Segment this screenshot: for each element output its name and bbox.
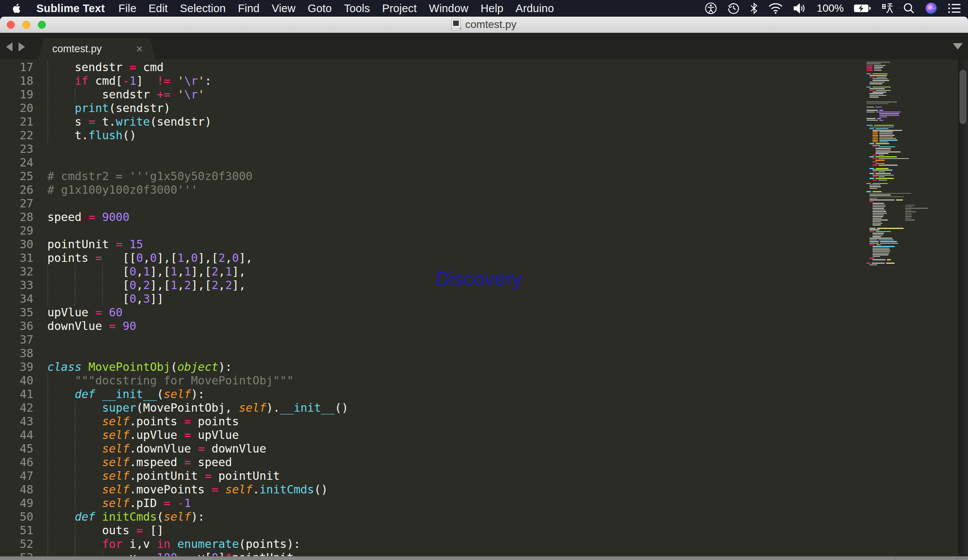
code-row: 33 [0,2],[1,2],[2,2],: [0, 279, 856, 292]
code-row: 30pointUnit = 15: [0, 238, 856, 251]
code-row: 26# g1x100y100z0f3000''': [0, 183, 856, 197]
minimap[interactable]: [867, 62, 937, 266]
line-number: 33: [0, 279, 33, 292]
code-row: 17 sendstr = cmd: [0, 61, 856, 74]
scrollbar-thumb[interactable]: [960, 70, 966, 124]
tab-label: comtest.py: [52, 39, 102, 59]
line-number: 41: [0, 387, 33, 401]
notification-list-icon[interactable]: [948, 3, 961, 14]
apple-menu[interactable]: [0, 2, 28, 15]
zoom-window-button[interactable]: [38, 21, 46, 29]
battery-percent: 100%: [817, 2, 844, 14]
line-number: 27: [0, 197, 33, 210]
line-number: 19: [0, 88, 33, 101]
battery-icon[interactable]: [854, 4, 871, 13]
code-row: 41 def __init__(self):: [0, 387, 856, 401]
spotlight-icon[interactable]: [903, 2, 915, 14]
line-number: 30: [0, 238, 33, 251]
code-row: 40 """docstring for MovePointObj""": [0, 374, 856, 387]
line-number: 39: [0, 360, 33, 374]
menu-items: Sublime TextFileEditSelectionFindViewGot…: [28, 0, 560, 17]
bluetooth-icon[interactable]: [750, 2, 758, 15]
line-number: 46: [0, 456, 33, 469]
time-machine-icon[interactable]: [727, 2, 740, 15]
bottom-dock-edge: [0, 556, 968, 560]
menu-status-items: 100%: [704, 2, 968, 15]
input-method-icon[interactable]: [881, 2, 893, 14]
volume-icon[interactable]: [793, 2, 807, 14]
menu-bar: Sublime TextFileEditSelectionFindViewGot…: [0, 0, 968, 17]
menu-item-tools[interactable]: Tools: [338, 0, 376, 17]
code-row: 35upVlue = 60: [0, 306, 856, 319]
tab-overflow-dropdown-icon[interactable]: [953, 43, 963, 50]
line-number: 31: [0, 251, 33, 265]
code-row: 29: [0, 224, 856, 238]
menu-item-goto[interactable]: Goto: [302, 0, 338, 17]
menu-item-find[interactable]: Find: [232, 0, 265, 17]
scrollbar-track[interactable]: [958, 59, 968, 560]
code-row: 39class MovePointObj(object):: [0, 360, 856, 374]
line-number: 18: [0, 74, 33, 88]
menu-item-file[interactable]: File: [113, 0, 143, 17]
window-title: comtest.py: [465, 18, 516, 31]
code-row: 25# cmdstr2 = '''g1x50y50z0f3000: [0, 170, 856, 183]
menu-item-arduino[interactable]: Arduino: [509, 0, 560, 17]
menu-item-help[interactable]: Help: [474, 0, 509, 17]
menu-item-project[interactable]: Project: [376, 0, 423, 17]
window-title-bar: PYTHON comtest.py: [0, 17, 968, 33]
accessibility-icon[interactable]: [704, 2, 717, 15]
line-number: 20: [0, 101, 33, 115]
code-row: 38: [0, 347, 856, 360]
code-row: 44 self.upVlue = upVlue: [0, 428, 856, 442]
code-row: 19 sendstr += '\r': [0, 88, 856, 101]
history-back-icon[interactable]: [6, 42, 13, 51]
code-row: 27: [0, 197, 856, 210]
code-row: 21 s = t.write(sendstr): [0, 115, 856, 129]
line-number: 26: [0, 183, 33, 197]
line-number: 40: [0, 374, 33, 387]
code-row: 18 if cmd[-1] != '\r':: [0, 74, 856, 88]
nav-arrows: [6, 42, 25, 51]
history-forward-icon[interactable]: [18, 42, 25, 51]
menu-item-sublime-text[interactable]: Sublime Text: [28, 0, 113, 17]
code-row: 52 for i,v in enumerate(points):: [0, 537, 856, 551]
menu-item-selection[interactable]: Selection: [174, 0, 232, 17]
code-row: 50 def initCmds(self):: [0, 510, 856, 524]
code-lines: 17 sendstr = cmd18 if cmd[-1] != '\r':19…: [0, 61, 856, 560]
tab-bar: comtest.py ✕: [0, 33, 968, 59]
menu-item-edit[interactable]: Edit: [143, 0, 174, 17]
line-number: 35: [0, 306, 33, 319]
code-row: 43 self.points = points: [0, 415, 856, 428]
line-number: 50: [0, 510, 33, 524]
code-row: 51 outs = []: [0, 524, 856, 537]
code-row: 42 super(MovePointObj, self).__init__(): [0, 401, 856, 415]
title-group: PYTHON comtest.py: [451, 18, 516, 31]
code-row: 34 [0,3]]: [0, 292, 856, 306]
close-window-button[interactable]: [7, 21, 15, 29]
tab-comtest-py[interactable]: comtest.py ✕: [38, 39, 156, 59]
code-row: 32 [0,1],[1,1],[2,1],: [0, 265, 856, 279]
code-row: 48 self.movePoints = self.initCmds(): [0, 483, 856, 496]
code-editor[interactable]: 17 sendstr = cmd18 if cmd[-1] != '\r':19…: [0, 59, 968, 560]
menu-item-view[interactable]: View: [265, 0, 302, 17]
siri-icon[interactable]: [925, 2, 938, 15]
tab-close-icon[interactable]: ✕: [136, 39, 143, 59]
line-number: 47: [0, 469, 33, 483]
code-row: 28speed = 9000: [0, 210, 856, 224]
code-row: 23: [0, 142, 856, 156]
wifi-icon[interactable]: [768, 2, 783, 14]
line-number: 48: [0, 483, 33, 496]
line-number: 45: [0, 442, 33, 456]
line-number: 52: [0, 537, 33, 551]
line-number: 34: [0, 292, 33, 306]
line-number: 37: [0, 333, 33, 347]
code-row: 31points = [[0,0],[1,0],[2,0],: [0, 251, 856, 265]
minimize-window-button[interactable]: [22, 21, 30, 29]
line-number: 49: [0, 496, 33, 510]
menu-item-window[interactable]: Window: [423, 0, 474, 17]
line-number: 23: [0, 142, 33, 156]
line-number: 43: [0, 415, 33, 428]
line-number: 44: [0, 428, 33, 442]
traffic-lights: [7, 21, 46, 29]
line-number: 29: [0, 224, 33, 238]
